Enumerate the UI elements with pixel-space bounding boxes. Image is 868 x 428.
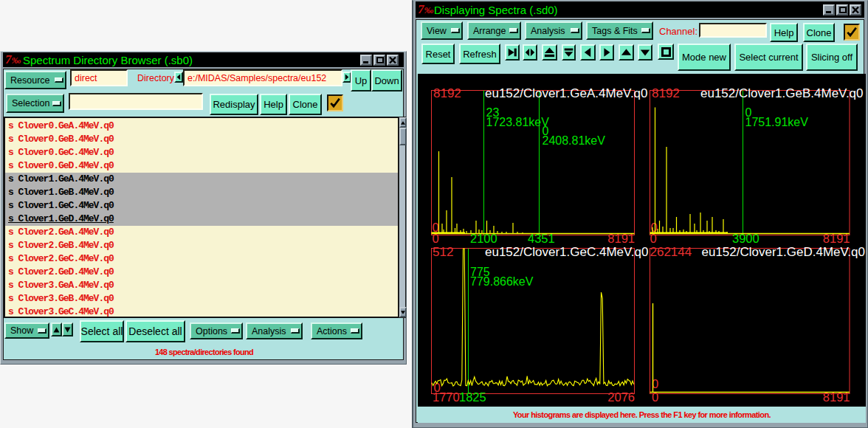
svg-text:eu152/Clover1.GeC.4MeV.q0: eu152/Clover1.GeC.4MeV.q0 — [485, 245, 648, 259]
svg-text:1825: 1825 — [459, 390, 486, 404]
svg-text:2076: 2076 — [607, 390, 635, 404]
svg-text:1751.91keV: 1751.91keV — [745, 116, 809, 128]
svg-text:512: 512 — [433, 245, 453, 259]
svg-text:262144: 262144 — [650, 245, 692, 259]
svg-text:eu152/Clover1.GeD.4MeV.q0: eu152/Clover1.GeD.4MeV.q0 — [702, 245, 865, 259]
svg-text:eu152/Clover1.GeA.4MeV.q0: eu152/Clover1.GeA.4MeV.q0 — [485, 86, 648, 100]
svg-text:eu152/Clover1.GeB.4MeV.q0: eu152/Clover1.GeB.4MeV.q0 — [700, 86, 864, 100]
svg-text:1770: 1770 — [433, 390, 460, 404]
svg-text:1723.81keV: 1723.81keV — [486, 116, 550, 128]
svg-text:2408.81keV: 2408.81keV — [542, 134, 606, 147]
svg-text:779.866keV: 779.866keV — [470, 275, 534, 288]
svg-text:8192: 8192 — [652, 86, 680, 100]
svg-text:8192: 8192 — [433, 86, 461, 100]
